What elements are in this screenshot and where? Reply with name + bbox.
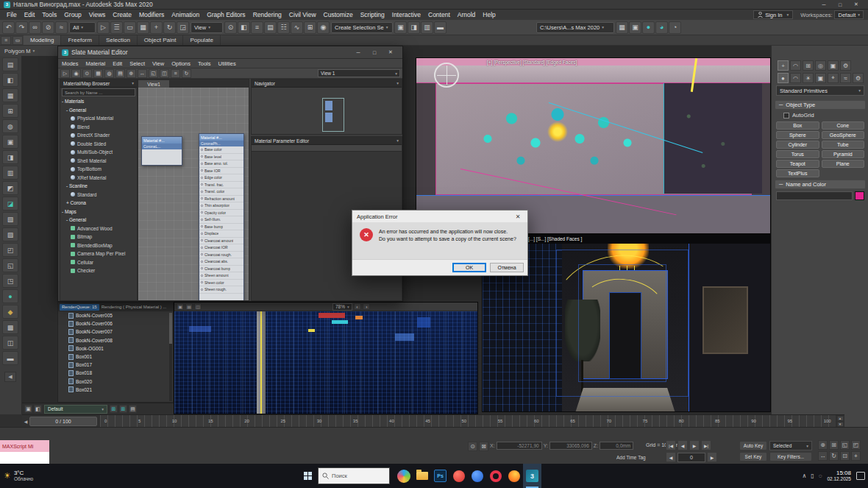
sme-menu-item[interactable]: Select <box>126 60 149 67</box>
use-pivot-center-icon[interactable]: ⊙ <box>224 21 237 34</box>
space-warps-icon[interactable]: ≈ <box>840 73 851 83</box>
material-slot[interactable]: Self-Illum. <box>199 216 243 224</box>
menu-item[interactable]: Arnold <box>454 10 480 20</box>
material-slot[interactable]: Clearcoat amount <box>199 238 243 245</box>
layer-new-icon[interactable]: ◧ <box>34 405 42 413</box>
select-by-name-icon[interactable]: ☰ <box>110 21 123 34</box>
browser-tree-item[interactable]: Multi/Sub-Object <box>60 148 137 157</box>
maximize-button[interactable]: □ <box>832 0 848 10</box>
toggle-ribbon-icon[interactable]: ▬ <box>434 21 447 34</box>
undo-icon[interactable]: ↶ <box>2 21 15 34</box>
tool-icon[interactable]: ▦ <box>2 88 18 102</box>
tool-icon[interactable]: ⊞ <box>2 104 18 118</box>
scene-object-row[interactable]: Box001 <box>58 353 173 361</box>
next-frame-button[interactable]: ▶ <box>707 452 717 462</box>
photoshop-icon[interactable]: Ps <box>431 464 449 488</box>
grid-view-icon[interactable]: ⊞ <box>110 405 118 413</box>
browser-tree-item[interactable]: Camera Map Per Pixel <box>60 250 137 258</box>
firefox-icon[interactable] <box>505 464 523 488</box>
sme-view-dropdown[interactable]: View 1 ▾ <box>318 69 400 77</box>
slot-socket-icon[interactable] <box>201 155 203 158</box>
sme-menu-item[interactable]: Tools <box>194 60 215 67</box>
menu-item[interactable]: Customize <box>320 10 357 20</box>
material-slot[interactable]: Transl. frac. <box>199 182 243 189</box>
tool-icon[interactable]: ◰ <box>2 243 18 257</box>
timeline-left-arrow[interactable]: ◀ <box>22 417 29 426</box>
taskbar-clock[interactable]: 15:08 02.12.2025 <box>827 470 851 482</box>
unlink-selection-icon[interactable]: ⊘ <box>42 21 54 34</box>
select-and-scale-icon[interactable]: ◲ <box>177 21 189 34</box>
tray-icon[interactable]: ▯ <box>811 473 814 479</box>
perspective-viewport[interactable]: [+] [Perspective] [Standard] [Edged Face… <box>416 57 771 234</box>
scene-object-row[interactable]: Book-OG001 <box>58 344 173 353</box>
browser-tree-item[interactable]: Blend <box>60 123 137 132</box>
render-setup-icon[interactable]: ▦ <box>616 21 628 34</box>
sme-layout-icon[interactable]: ▤ <box>115 69 125 78</box>
browser-tree-item[interactable]: Bitmap <box>60 233 137 241</box>
lights-icon[interactable]: ☀ <box>803 73 814 83</box>
ribbon-tab[interactable]: Object Paint <box>138 35 184 45</box>
create-tab-icon[interactable]: + <box>778 60 789 71</box>
current-frame-field[interactable]: 0 <box>677 453 705 462</box>
slot-socket-icon[interactable] <box>201 211 203 213</box>
slot-socket-icon[interactable] <box>201 225 203 227</box>
primitive-button[interactable]: Torus <box>776 150 819 158</box>
material-slot[interactable]: Edge color <box>199 174 243 182</box>
material-slot[interactable]: Sheen color <box>199 280 243 287</box>
slot-socket-icon[interactable] <box>201 219 203 221</box>
primitive-button[interactable]: TextPlus <box>776 169 819 177</box>
render-production-icon[interactable]: ● <box>642 21 655 34</box>
tool-icon[interactable]: ◍ <box>2 119 18 133</box>
sme-zoom-extents-icon[interactable]: ◱ <box>149 69 158 78</box>
array-icon[interactable]: ▥ <box>421 21 433 34</box>
slot-socket-icon[interactable] <box>201 289 203 291</box>
go-to-start-icon[interactable]: |◀ <box>666 440 676 450</box>
tool-icon[interactable]: ◳ <box>2 274 18 288</box>
tool-icon[interactable]: ● <box>2 289 18 303</box>
ribbon-tab[interactable]: Freeform <box>61 35 99 45</box>
pan-icon[interactable]: ↔ <box>818 451 828 461</box>
parameter-editor-header[interactable]: Material Parameter Editor ▾ <box>252 137 402 145</box>
material-slot[interactable]: Sheen amount <box>199 272 243 280</box>
selection-filter-dropdown[interactable]: All▾ <box>69 22 96 33</box>
geometry-icon[interactable]: ● <box>778 73 789 83</box>
scene-object-row[interactable]: BookN-Cover006 <box>58 319 173 328</box>
ribbon-tab[interactable]: Modeling <box>24 35 61 45</box>
browser-tree-item[interactable]: - General <box>60 216 137 224</box>
isolate-selection-icon[interactable]: ⊙ <box>468 442 477 451</box>
go-to-end-icon[interactable]: ▶| <box>701 440 711 450</box>
slot-socket-icon[interactable] <box>201 281 203 283</box>
viewport-label[interactable]: [+] [Perspective] [Standard] [Edged Face… <box>487 60 577 65</box>
scene-object-row[interactable]: BookN-Cover008 <box>58 336 173 344</box>
primitive-button[interactable]: Cone <box>822 121 865 130</box>
menu-item[interactable]: Animation <box>168 10 203 20</box>
sme-update-icon[interactable]: ↻ <box>182 69 191 78</box>
navigator-header[interactable]: Navigator ▾ <box>252 79 402 88</box>
ribbon-tab[interactable]: Selection <box>99 35 138 45</box>
display-tab-icon[interactable]: ▣ <box>828 60 839 71</box>
x-coordinate-field[interactable]: -52271,90 <box>497 442 542 450</box>
zoom-level-dropdown[interactable]: 78% ▾ <box>332 303 352 311</box>
collapse-toolbar-button[interactable]: ◀ <box>4 372 16 382</box>
sme-menu-item[interactable]: Material <box>82 60 110 67</box>
sme-hide-unused-icon[interactable]: ◫ <box>160 69 169 78</box>
material-slot[interactable]: Transl. color <box>199 188 243 196</box>
motion-tab-icon[interactable]: ◎ <box>815 60 826 71</box>
redo-icon[interactable]: ↷ <box>15 21 28 34</box>
shapes-icon[interactable]: ◠ <box>790 73 801 83</box>
browser-tree-item[interactable]: + Corona <box>60 199 137 208</box>
workspace-dropdown[interactable]: Default ▾ <box>834 10 864 19</box>
copy-image-icon[interactable]: ▤ <box>185 303 193 310</box>
slot-socket-icon[interactable] <box>201 233 203 235</box>
schematic-view-icon[interactable]: ⊞ <box>304 21 316 34</box>
align-icon[interactable]: ≡ <box>251 21 263 34</box>
tool-icon[interactable]: ◱ <box>2 258 18 272</box>
previous-frame-icon[interactable]: ◀ <box>677 440 688 450</box>
sme-zoom-icon[interactable]: ⊕ <box>127 69 136 78</box>
browser-tree-item[interactable]: Checker <box>60 266 137 275</box>
sme-menu-item[interactable]: View <box>149 60 168 67</box>
tool-icon[interactable]: ▨ <box>2 227 18 241</box>
material-slot[interactable]: Base bump <box>199 224 243 231</box>
walk-through-icon[interactable]: ⌖ <box>851 451 861 461</box>
browser-tree-item[interactable]: Standard <box>60 191 137 199</box>
